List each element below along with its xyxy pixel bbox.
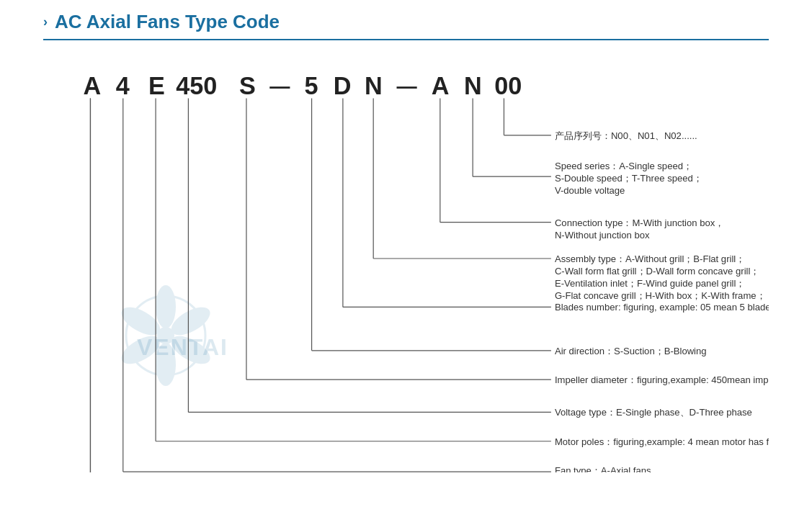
svg-text:N-Without junction box: N-Without junction box bbox=[555, 230, 650, 241]
svg-text:00: 00 bbox=[494, 72, 522, 99]
svg-text:Impeller diameter：figuring,exa: Impeller diameter：figuring,example: 450m… bbox=[555, 374, 769, 385]
svg-text:产品序列号：N00、N01、N02......: 产品序列号：N00、N01、N02...... bbox=[555, 130, 697, 141]
svg-text:Assembly type：A-Without grill；: Assembly type：A-Without grill；B-Flat gri… bbox=[555, 253, 745, 264]
svg-text:S-Double speed；T-Three speed；: S-Double speed；T-Three speed； bbox=[555, 173, 702, 184]
svg-text:Motor poles：figuring,example: : Motor poles：figuring,example: 4 mean mot… bbox=[555, 436, 769, 447]
svg-text:5: 5 bbox=[305, 72, 318, 99]
svg-text:Fan type：A-Axial fans: Fan type：A-Axial fans bbox=[555, 465, 651, 472]
svg-text:A: A bbox=[83, 72, 101, 99]
page-container: › AC Axial Fans Type Code VENTAI bbox=[0, 0, 812, 512]
svg-text:A: A bbox=[432, 72, 450, 99]
svg-text:Blades number: figuring, examp: Blades number: figuring, example: 05 mea… bbox=[555, 302, 769, 313]
svg-text:S: S bbox=[239, 72, 256, 99]
svg-text:Connection type：M-With junctio: Connection type：M-With junction box， bbox=[555, 217, 724, 228]
svg-text:Air direction：S-Suction；B-Blow: Air direction：S-Suction；B-Blowing bbox=[555, 346, 707, 356]
svg-text:—: — bbox=[269, 74, 290, 97]
svg-text:N: N bbox=[464, 72, 482, 99]
svg-text:E: E bbox=[148, 72, 165, 99]
diagram-area: VENTAI A 4 E 450 S — 5 D N — A bbox=[43, 48, 769, 472]
diagram-svg: A 4 E 450 S — 5 D N — A N 00 bbox=[43, 48, 769, 472]
svg-text:D: D bbox=[334, 72, 352, 99]
svg-text:450: 450 bbox=[176, 72, 217, 99]
page-title: AC Axial Fans Type Code bbox=[55, 11, 280, 33]
svg-text:C-Wall form flat grill；D-Wall : C-Wall form flat grill；D-Wall form conca… bbox=[555, 266, 759, 277]
svg-text:Speed series：A-Single speed；: Speed series：A-Single speed； bbox=[555, 161, 692, 171]
chevron-icon: › bbox=[43, 14, 48, 30]
svg-text:G-Flat concave grill；H-With bo: G-Flat concave grill；H-With box；K-With f… bbox=[555, 290, 766, 301]
svg-text:V-double voltage: V-double voltage bbox=[555, 185, 625, 196]
svg-text:N: N bbox=[365, 72, 383, 99]
svg-text:E-Ventilation inlet；F-Wind gui: E-Ventilation inlet；F-Wind guide panel g… bbox=[555, 278, 745, 289]
svg-text:—: — bbox=[396, 74, 417, 97]
header-divider bbox=[43, 39, 769, 40]
header: › AC Axial Fans Type Code bbox=[43, 11, 769, 33]
svg-text:Voltage type：E-Single phase、D-: Voltage type：E-Single phase、D-Three phas… bbox=[555, 408, 752, 418]
svg-text:4: 4 bbox=[116, 72, 130, 99]
